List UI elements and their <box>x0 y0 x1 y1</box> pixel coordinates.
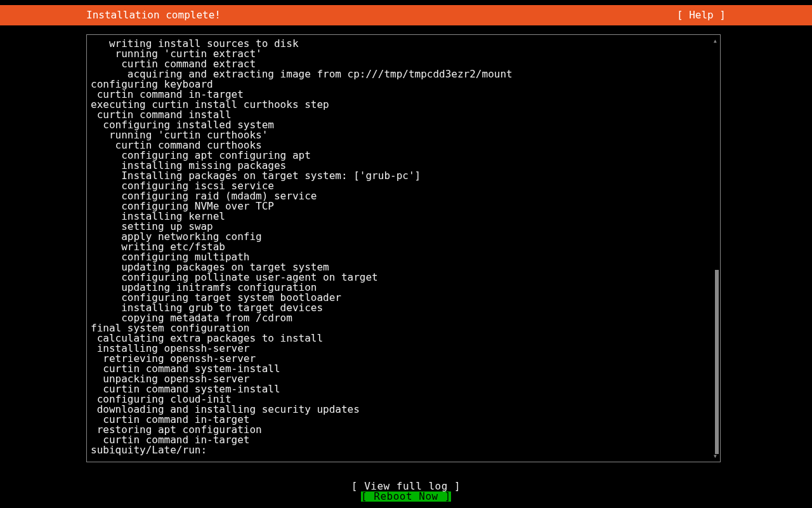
install-log-box[interactable]: writing install sources to disk running … <box>86 34 721 462</box>
scroll-up-icon[interactable]: ▴ <box>713 37 717 44</box>
top-spacer <box>0 0 812 5</box>
button-area: [ View full log ] [ Reboot Now ] <box>0 462 812 502</box>
scroll-thumb[interactable] <box>715 270 719 454</box>
install-log-content: writing install sources to disk running … <box>91 39 712 455</box>
help-button[interactable]: [ Help ] <box>677 10 812 20</box>
header-bar: Installation complete! [ Help ] <box>0 5 812 25</box>
scroll-down-icon[interactable]: ▾ <box>713 453 717 459</box>
page-title: Installation complete! <box>0 10 221 20</box>
reboot-now-button[interactable]: [ Reboot Now ] <box>361 491 451 502</box>
content-area: writing install sources to disk running … <box>0 25 812 462</box>
